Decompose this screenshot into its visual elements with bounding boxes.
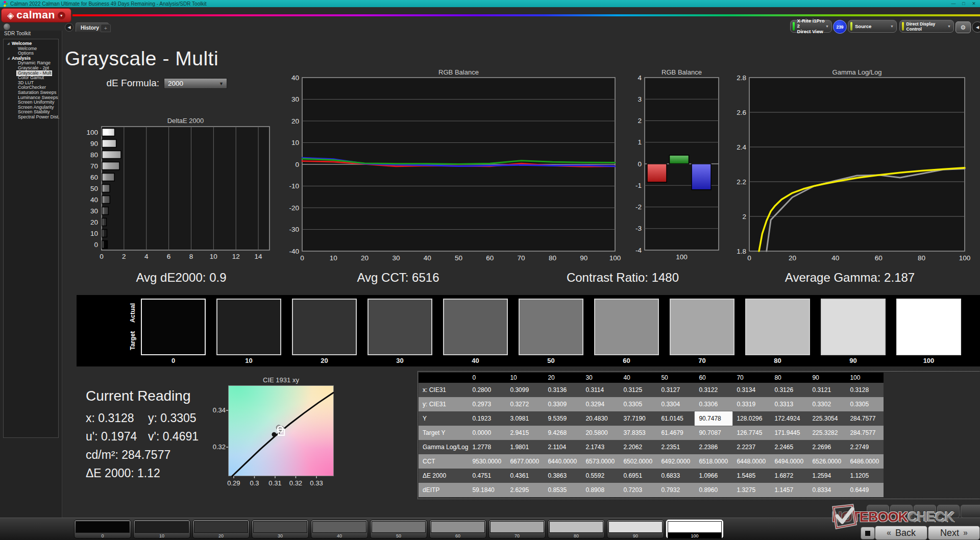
reading-luminance: cd/m²: 284.7577: [86, 448, 170, 462]
table-cell: 284.7577: [846, 411, 884, 426]
pattern-button-10[interactable]: 10: [133, 520, 190, 538]
svg-text:0: 0: [100, 253, 104, 260]
cie-xtick: 0.29: [224, 479, 244, 487]
tree-expand-icon[interactable]: ◢: [7, 41, 10, 46]
svg-text:-3: -3: [635, 225, 642, 232]
next-button[interactable]: Next »: [928, 526, 980, 540]
calman-logo-button[interactable]: ◈ calman ▼: [1, 8, 71, 22]
svg-text:40: 40: [291, 74, 299, 82]
add-tab-button[interactable]: +: [101, 24, 111, 32]
pattern-button-50[interactable]: 50: [370, 520, 427, 538]
table-row-label: CCT: [419, 454, 468, 469]
display-control-dropdown[interactable]: Direct Display Control ▼: [899, 20, 954, 33]
meter-dropdown[interactable]: X-Rite i1Pro 2 Direct View ▼: [790, 20, 832, 33]
pattern-control-button[interactable]: [961, 505, 980, 518]
table-row: Target Y0.00002.94159.426820.580037.8353…: [419, 426, 884, 440]
stop-button[interactable]: [861, 527, 875, 539]
close-button[interactable]: ✕: [969, 0, 979, 7]
source-dropdown[interactable]: Source ▼: [848, 20, 897, 33]
table-cell: 0.4361: [506, 469, 544, 483]
svg-text:2.8: 2.8: [737, 74, 746, 82]
tree-group-analysis[interactable]: ◢Analysis: [4, 56, 58, 61]
sidebar-collapse-icon[interactable]: ◀: [65, 23, 74, 32]
table-row-label: Gamma Log/Log: [419, 440, 468, 454]
svg-text:1: 1: [638, 138, 642, 146]
de-formula-label: dE Formula:: [102, 78, 159, 89]
session-indicator-button[interactable]: [3, 23, 11, 31]
swatch-10: [216, 299, 281, 355]
table-cell: 2.2465: [770, 440, 808, 454]
svg-text:-1: -1: [635, 182, 642, 189]
svg-text:50: 50: [90, 185, 98, 192]
table-cell: 9.5359: [544, 411, 581, 426]
measurement-table: 0102030405060708090100x: CIE310.28000.30…: [419, 373, 884, 497]
table-cell: 1.0966: [695, 469, 732, 483]
table-cell: 37.8353: [619, 426, 657, 440]
de-formula-value: 2000: [168, 80, 183, 87]
logo-dropdown-icon[interactable]: ▼: [58, 12, 65, 19]
patch-label-100: 100: [668, 533, 722, 538]
table-cell: 1.2594: [808, 469, 846, 483]
pattern-button-80[interactable]: 80: [548, 520, 605, 538]
pattern-control-button[interactable]: [914, 505, 936, 518]
svg-text:4: 4: [144, 253, 149, 260]
table-cell: 0.3125: [619, 383, 657, 397]
table-cell: 2.2062: [619, 440, 657, 454]
pattern-button-70[interactable]: 70: [488, 520, 546, 538]
stat-average-gamma: Average Gamma: 2.187: [768, 271, 932, 285]
pattern-control-button[interactable]: [890, 505, 913, 518]
table-cell: 0.3121: [808, 383, 846, 397]
swatch-70: [670, 299, 734, 355]
svg-text:20: 20: [291, 117, 299, 125]
pattern-control-button[interactable]: [937, 505, 960, 518]
back-button[interactable]: « Back: [875, 526, 927, 540]
svg-text:10: 10: [291, 139, 299, 146]
pattern-button-60[interactable]: 60: [429, 520, 486, 538]
panel-collapse-icon[interactable]: ◀: [972, 21, 980, 33]
swatch-label-20: 20: [292, 357, 357, 364]
pattern-button-40[interactable]: 40: [311, 520, 368, 538]
table-col-header-90: 90: [808, 373, 846, 383]
patch-label-40: 40: [312, 533, 366, 538]
gear-icon[interactable]: ⚙: [955, 21, 971, 33]
table-cell: 284.7577: [846, 426, 884, 440]
cie-xtick: 0.31: [265, 479, 285, 487]
table-cell: 6448.0000: [732, 454, 770, 469]
maximize-button[interactable]: □: [959, 0, 969, 7]
de-formula-select[interactable]: 2000 ▼: [164, 78, 227, 89]
table-cell: 20.4830: [581, 411, 619, 426]
svg-text:0: 0: [747, 254, 751, 262]
table-cell: 9.4268: [544, 426, 581, 440]
svg-text:2: 2: [638, 117, 642, 125]
pattern-button-100[interactable]: 100: [666, 520, 723, 538]
table-row: x: CIE310.28000.30990.31360.31140.31250.…: [419, 383, 884, 397]
patch-chip-80: [549, 521, 603, 533]
tree-group-welcome[interactable]: ◢Welcome: [4, 41, 58, 46]
tree-expand-icon[interactable]: ◢: [7, 56, 10, 61]
svg-text:60: 60: [875, 254, 883, 262]
svg-text:20: 20: [90, 218, 98, 226]
table-col-header-50: 50: [657, 373, 695, 383]
svg-text:1.8: 1.8: [737, 248, 746, 255]
reading-uv: u': 0.1974 v': 0.4691: [86, 430, 199, 444]
svg-text:30: 30: [90, 207, 98, 215]
table-cell: 0.0000: [468, 426, 506, 440]
patch-chip-40: [312, 521, 366, 533]
pattern-control-button[interactable]: [867, 505, 889, 518]
cie-xtick: 0.32: [285, 479, 306, 487]
reading-xy: x: 0.3128 y: 0.3305: [86, 411, 197, 425]
table-cell: 0.4751: [468, 469, 506, 483]
svg-text:40: 40: [831, 254, 839, 262]
table-cell: 128.0296: [732, 411, 770, 426]
table-cell: 225.3282: [808, 426, 846, 440]
pattern-button-90[interactable]: 90: [607, 520, 664, 538]
table-cell: 6486.0000: [846, 454, 884, 469]
pattern-button-0[interactable]: 0: [74, 520, 131, 538]
svg-text:40: 40: [90, 196, 98, 204]
swatch-label-0: 0: [141, 357, 206, 364]
svg-text:0: 0: [638, 160, 642, 168]
pattern-button-30[interactable]: 30: [252, 520, 309, 538]
pattern-button-20[interactable]: 20: [192, 520, 250, 538]
minimize-button[interactable]: —: [948, 0, 959, 7]
sidebar-item-spectral-power-dist-[interactable]: Spectral Power Dist.: [4, 115, 58, 120]
